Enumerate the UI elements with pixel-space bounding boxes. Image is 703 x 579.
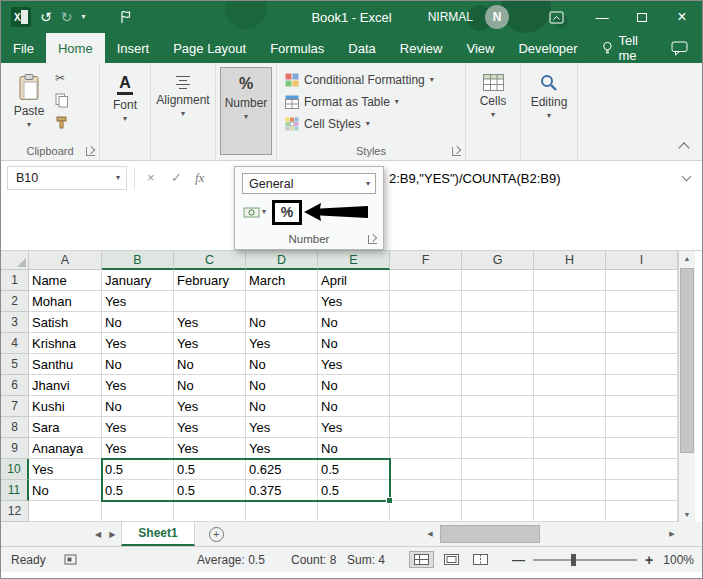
cell-G3[interactable] (462, 312, 534, 333)
cell-G11[interactable] (462, 480, 534, 501)
cell-I11[interactable] (606, 480, 678, 501)
cell-B11[interactable]: 0.5 (102, 480, 174, 501)
formula-bar-expand-button[interactable] (682, 172, 692, 182)
share-comment-button[interactable] (671, 33, 688, 63)
cell-D2[interactable] (246, 291, 318, 312)
row-header-6[interactable]: 6 (1, 375, 29, 396)
cell-C8[interactable]: Yes (174, 417, 246, 438)
cell-I5[interactable] (606, 354, 678, 375)
cell-F2[interactable] (390, 291, 462, 312)
fill-handle[interactable] (386, 497, 393, 504)
cell-G10[interactable] (462, 459, 534, 480)
row-header-11[interactable]: 11 (1, 480, 29, 501)
cells-button[interactable]: Cells ▾ (470, 67, 516, 155)
alignment-button[interactable]: Alignment ▾ (155, 67, 211, 155)
cell-D11[interactable]: 0.375 (246, 480, 318, 501)
cell-H12[interactable] (534, 501, 606, 522)
sheet-nav-right-icon[interactable]: ▶ (109, 530, 115, 539)
cell-F9[interactable] (390, 438, 462, 459)
number-format-dropdown-icon[interactable]: ▾ (366, 180, 370, 188)
column-header-D[interactable]: D (246, 251, 318, 270)
cell-I4[interactable] (606, 333, 678, 354)
row-header-3[interactable]: 3 (1, 312, 29, 333)
cell-B9[interactable]: Yes (102, 438, 174, 459)
column-header-B[interactable]: B (102, 251, 174, 270)
cell-F5[interactable] (390, 354, 462, 375)
cell-F7[interactable] (390, 396, 462, 417)
cell-H8[interactable] (534, 417, 606, 438)
cell-E12[interactable] (318, 501, 390, 522)
row-header-10[interactable]: 10 (1, 459, 29, 480)
cell-A7[interactable]: Kushi (29, 396, 102, 417)
tab-file[interactable]: File (1, 33, 46, 63)
zoom-level-label[interactable]: 100% (663, 553, 694, 567)
percent-style-button[interactable]: % (272, 200, 302, 225)
cell-D6[interactable]: No (246, 375, 318, 396)
cell-F3[interactable] (390, 312, 462, 333)
conditional-formatting-button[interactable]: Conditional Formatting ▾ (281, 69, 438, 91)
cell-I2[interactable] (606, 291, 678, 312)
column-header-I[interactable]: I (606, 251, 678, 270)
cell-B5[interactable]: No (102, 354, 174, 375)
cell-I3[interactable] (606, 312, 678, 333)
cell-C10[interactable]: 0.5 (174, 459, 246, 480)
cell-G6[interactable] (462, 375, 534, 396)
column-header-H[interactable]: H (534, 251, 606, 270)
cell-A10[interactable]: Yes (29, 459, 102, 480)
column-header-F[interactable]: F (390, 251, 462, 270)
cell-D10[interactable]: 0.625 (246, 459, 318, 480)
paste-button[interactable]: Paste ▾ (8, 67, 50, 145)
cell-E5[interactable]: Yes (318, 354, 390, 375)
user-name-label[interactable]: NIRMAL (428, 10, 473, 24)
cell-D12[interactable] (246, 501, 318, 522)
cell-H5[interactable] (534, 354, 606, 375)
cell-H2[interactable] (534, 291, 606, 312)
cell-G9[interactable] (462, 438, 534, 459)
cell-E2[interactable]: Yes (318, 291, 390, 312)
cell-H10[interactable] (534, 459, 606, 480)
scroll-right-button[interactable]: ▶ (664, 530, 680, 538)
cell-G8[interactable] (462, 417, 534, 438)
sheet-nav-left-icon[interactable]: ◀ (95, 530, 101, 539)
horizontal-scrollbar[interactable]: ◀ ▶ (422, 522, 680, 546)
row-header-12[interactable]: 12 (1, 501, 29, 522)
cell-F10[interactable] (390, 459, 462, 480)
name-box[interactable]: B10 ▾ (7, 166, 127, 190)
cell-A4[interactable]: Krishna (29, 333, 102, 354)
vertical-scroll-thumb[interactable] (680, 268, 694, 453)
cell-H3[interactable] (534, 312, 606, 333)
cell-B7[interactable]: No (102, 396, 174, 417)
cell-F1[interactable] (390, 270, 462, 291)
row-header-9[interactable]: 9 (1, 438, 29, 459)
cell-F12[interactable] (390, 501, 462, 522)
styles-dialog-launcher[interactable] (452, 147, 461, 156)
cell-I12[interactable] (606, 501, 678, 522)
enter-icon[interactable]: ✓ (171, 170, 182, 185)
column-header-E[interactable]: E (318, 251, 390, 270)
cell-A9[interactable]: Ananaya (29, 438, 102, 459)
cell-D4[interactable]: Yes (246, 333, 318, 354)
row-header-2[interactable]: 2 (1, 291, 29, 312)
cell-E4[interactable]: No (318, 333, 390, 354)
name-box-dropdown-icon[interactable]: ▾ (116, 174, 120, 182)
tab-formulas[interactable]: Formulas (258, 33, 336, 63)
cancel-icon[interactable]: × (147, 170, 155, 185)
cell-C6[interactable]: No (174, 375, 246, 396)
cell-B3[interactable]: No (102, 312, 174, 333)
cell-I7[interactable] (606, 396, 678, 417)
cell-G2[interactable] (462, 291, 534, 312)
close-button[interactable]: × (662, 1, 702, 33)
tab-review[interactable]: Review (388, 33, 455, 63)
row-header-5[interactable]: 5 (1, 354, 29, 375)
view-page-break-button[interactable] (469, 552, 492, 567)
row-header-1[interactable]: 1 (1, 270, 29, 291)
scroll-up-button[interactable]: ▲ (679, 251, 695, 266)
cell-D1[interactable]: March (246, 270, 318, 291)
cell-A5[interactable]: Santhu (29, 354, 102, 375)
maximize-button[interactable] (622, 1, 662, 33)
cell-I8[interactable] (606, 417, 678, 438)
cell-G5[interactable] (462, 354, 534, 375)
scroll-left-button[interactable]: ◀ (422, 530, 438, 538)
cell-A8[interactable]: Sara (29, 417, 102, 438)
cell-C9[interactable]: Yes (174, 438, 246, 459)
